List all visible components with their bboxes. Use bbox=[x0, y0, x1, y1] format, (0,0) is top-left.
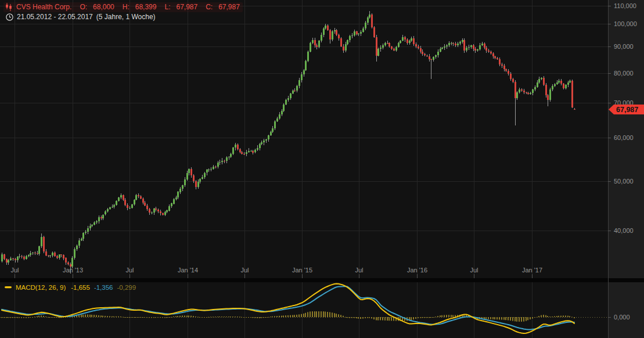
candle-body[interactable] bbox=[387, 43, 388, 44]
candle-body[interactable] bbox=[545, 85, 547, 95]
candle-body[interactable] bbox=[186, 173, 188, 179]
price-axis-column[interactable] bbox=[608, 0, 644, 338]
candle-body[interactable] bbox=[484, 44, 485, 48]
candle-body[interactable] bbox=[503, 66, 505, 69]
candle-body[interactable] bbox=[15, 259, 16, 260]
candle-body[interactable] bbox=[237, 145, 239, 149]
candle-body[interactable] bbox=[444, 46, 445, 48]
candle-body[interactable] bbox=[347, 40, 348, 44]
candle-body[interactable] bbox=[155, 208, 157, 210]
candle-body[interactable] bbox=[466, 48, 467, 50]
candle-body[interactable] bbox=[395, 47, 397, 51]
candle-body[interactable] bbox=[179, 189, 181, 192]
candle-body[interactable] bbox=[59, 254, 60, 257]
candle-body[interactable] bbox=[19, 256, 20, 257]
candle-body[interactable] bbox=[523, 91, 525, 92]
candle-body[interactable] bbox=[100, 217, 102, 218]
candle-body[interactable] bbox=[63, 255, 64, 258]
candle-body[interactable] bbox=[123, 195, 124, 199]
candle-body[interactable] bbox=[113, 205, 115, 207]
candle-body[interactable] bbox=[49, 256, 51, 257]
candle-body[interactable] bbox=[160, 211, 161, 213]
candle-body[interactable] bbox=[338, 35, 340, 38]
candle-body[interactable] bbox=[91, 225, 93, 226]
candle-body[interactable] bbox=[343, 46, 344, 51]
candle-body[interactable] bbox=[455, 44, 456, 45]
candle-body[interactable] bbox=[272, 128, 274, 132]
candle-body[interactable] bbox=[426, 56, 428, 56]
candle-body[interactable] bbox=[135, 195, 137, 199]
candle-body[interactable] bbox=[261, 142, 262, 144]
candle-body[interactable] bbox=[365, 23, 366, 28]
candle-body[interactable] bbox=[534, 87, 536, 89]
candle-body[interactable] bbox=[485, 48, 487, 51]
candle-body[interactable] bbox=[360, 32, 362, 34]
candle-body[interactable] bbox=[217, 163, 219, 166]
candle-body[interactable] bbox=[23, 257, 25, 258]
candle-body[interactable] bbox=[556, 82, 558, 84]
candle-body[interactable] bbox=[28, 255, 30, 256]
candle-body[interactable] bbox=[468, 47, 470, 48]
candle-body[interactable] bbox=[82, 233, 84, 239]
candle-body[interactable] bbox=[41, 237, 42, 247]
candle-body[interactable] bbox=[263, 141, 265, 142]
candle-body[interactable] bbox=[124, 200, 126, 205]
candle-body[interactable] bbox=[571, 81, 573, 107]
candle-body[interactable] bbox=[243, 154, 245, 154]
candle-body[interactable] bbox=[52, 253, 53, 256]
candle-body[interactable] bbox=[188, 169, 190, 173]
candle-body[interactable] bbox=[371, 15, 373, 27]
candle-body[interactable] bbox=[195, 181, 197, 187]
candle-body[interactable] bbox=[349, 36, 351, 40]
candle-body[interactable] bbox=[543, 78, 545, 84]
candle-body[interactable] bbox=[32, 253, 34, 253]
candle-body[interactable] bbox=[30, 253, 31, 255]
candle-body[interactable] bbox=[74, 249, 75, 258]
candle-body[interactable] bbox=[67, 263, 69, 264]
candle-body[interactable] bbox=[415, 44, 417, 46]
candle-body[interactable] bbox=[193, 175, 195, 181]
candle-body[interactable] bbox=[380, 48, 382, 49]
candle-body[interactable] bbox=[226, 157, 228, 161]
candle-body[interactable] bbox=[413, 38, 415, 44]
candle-body[interactable] bbox=[473, 45, 474, 49]
candle-body[interactable] bbox=[173, 199, 175, 204]
candle-body[interactable] bbox=[463, 40, 465, 51]
candle-body[interactable] bbox=[37, 253, 38, 254]
candle-body[interactable] bbox=[248, 151, 250, 152]
candle-body[interactable] bbox=[219, 162, 221, 163]
candle-body[interactable] bbox=[270, 132, 272, 135]
candle-body[interactable] bbox=[391, 46, 393, 49]
candle-body[interactable] bbox=[565, 85, 567, 88]
candle-body[interactable] bbox=[499, 59, 501, 64]
candle-body[interactable] bbox=[303, 70, 305, 74]
candle-body[interactable] bbox=[362, 28, 364, 33]
candle-body[interactable] bbox=[558, 81, 560, 82]
candle-body[interactable] bbox=[279, 114, 280, 118]
candle-body[interactable] bbox=[6, 259, 8, 263]
candle-body[interactable] bbox=[274, 121, 276, 128]
candle-body[interactable] bbox=[138, 195, 139, 196]
candle-body[interactable] bbox=[334, 30, 336, 32]
candle-body[interactable] bbox=[340, 38, 342, 46]
candle-body[interactable] bbox=[409, 41, 411, 43]
candle-body[interactable] bbox=[131, 204, 133, 208]
candle-body[interactable] bbox=[60, 254, 62, 255]
candle-body[interactable] bbox=[96, 221, 98, 222]
candle-body[interactable] bbox=[552, 86, 553, 89]
candle-body[interactable] bbox=[210, 169, 212, 170]
candle-body[interactable] bbox=[246, 152, 247, 154]
candle-body[interactable] bbox=[393, 49, 395, 51]
candle-body[interactable] bbox=[142, 199, 144, 203]
candle-body[interactable] bbox=[406, 39, 408, 43]
candle-body[interactable] bbox=[569, 81, 571, 82]
candle-body[interactable] bbox=[301, 74, 303, 80]
candle-body[interactable] bbox=[10, 258, 12, 260]
candle-body[interactable] bbox=[298, 80, 300, 86]
date-range[interactable]: 21.05.2012 - 22.05.2017 bbox=[17, 13, 93, 21]
candle-body[interactable] bbox=[254, 150, 256, 153]
candle-body[interactable] bbox=[354, 31, 355, 35]
candle-body[interactable] bbox=[501, 64, 503, 66]
candle-body[interactable] bbox=[541, 78, 542, 79]
candle-body[interactable] bbox=[98, 217, 100, 221]
